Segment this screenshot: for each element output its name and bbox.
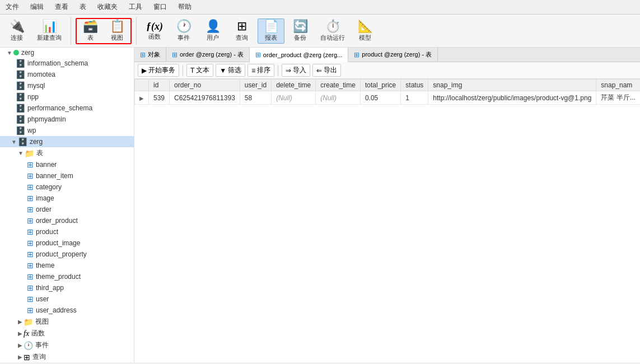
menu-edit[interactable]: 编辑 xyxy=(27,1,47,13)
toolbar-new-query[interactable]: 📊 新建查询 xyxy=(32,19,66,43)
table-icon-order: ⊞ xyxy=(27,205,34,214)
sidebar-item-theme[interactable]: ⊞ theme xyxy=(0,260,134,271)
sidebar-item-mysql[interactable]: 🗄️ mysql xyxy=(0,80,134,91)
menu-view[interactable]: 查看 xyxy=(52,1,72,13)
col-id[interactable]: id xyxy=(149,80,170,91)
tab-order-product[interactable]: ⊞ order_product @zerg (zerg... xyxy=(250,48,348,62)
queries-folder-icon: ⊞ xyxy=(24,353,30,362)
report-icon: 📄 xyxy=(264,20,279,32)
sidebar-item-wp[interactable]: 🗄️ wp xyxy=(0,125,134,136)
sidebar-item-theme_product[interactable]: ⊞ theme_product xyxy=(0,271,134,282)
table-icon-user: ⊞ xyxy=(27,295,34,304)
db-icon-momotea: 🗄️ xyxy=(16,70,25,79)
toolbar-report[interactable]: 📄 报表 xyxy=(258,18,284,44)
table-container: id order_no user_id delete_time create_t… xyxy=(134,79,640,362)
tab-order-product-label: order_product @zerg (zerg... xyxy=(263,52,342,58)
db-icon-zerg: 🗄️ xyxy=(18,137,27,146)
col-create_time[interactable]: create_time xyxy=(316,80,361,91)
sidebar-item-product_property[interactable]: ⊞ product_property xyxy=(0,249,134,260)
toolbar-function[interactable]: ƒ(x) 函数 xyxy=(141,20,168,42)
toolbar-query[interactable]: ⊞ 查询 xyxy=(228,19,255,43)
sidebar-item-product[interactable]: ⊞ product xyxy=(0,226,134,237)
sidebar-item-performance_schema[interactable]: 🗄️ performance_schema xyxy=(0,102,134,114)
col-total_price[interactable]: total_price xyxy=(360,80,400,91)
toolbar-table[interactable]: 🗃️ 表 xyxy=(77,19,104,43)
menu-tools[interactable]: 工具 xyxy=(125,1,146,13)
sidebar-item-banner_item[interactable]: ⊞ banner_item xyxy=(0,170,134,181)
user_address-label: user_address xyxy=(36,306,77,314)
sidebar-item-queries-folder[interactable]: ▶ ⊞ 查询 xyxy=(0,351,134,362)
info-schema-label: information_schema xyxy=(27,59,88,67)
menu-window[interactable]: 窗口 xyxy=(150,1,170,13)
expand-icon: ▼ xyxy=(7,50,12,56)
sidebar-item-events-folder[interactable]: ▶ 🕐 事件 xyxy=(0,339,134,351)
sidebar-item-tables-folder[interactable]: ▼ 📁 表 xyxy=(0,147,134,159)
toolbar-backup[interactable]: 🔄 备份 xyxy=(287,19,314,43)
queries-expand: ▶ xyxy=(18,354,22,360)
col-snap_img[interactable]: snap_img xyxy=(428,80,596,91)
sidebar-item-user_address[interactable]: ⊞ user_address xyxy=(0,305,134,316)
toolbar-connect[interactable]: 🔌 连接 xyxy=(3,19,30,43)
sidebar-item-category[interactable]: ⊞ category xyxy=(0,181,134,193)
toolbar-autorun[interactable]: ⏱️ 自动运行 xyxy=(316,19,349,43)
col-snap_nam[interactable]: snap_nam xyxy=(596,80,640,91)
zerg-db-expand: ▼ xyxy=(11,139,17,145)
sidebar-item-zerg-root[interactable]: ▼ zerg xyxy=(0,48,134,58)
text-btn[interactable]: T 文本 xyxy=(186,64,213,77)
db-icon-npp: 🗄️ xyxy=(16,92,25,101)
sidebar-item-information_schema[interactable]: 🗄️ information_schema xyxy=(0,58,134,69)
cell-id: 539 xyxy=(149,91,170,105)
toolbar-sep-2 xyxy=(136,17,137,45)
toolbar-view[interactable]: 📋 视图 xyxy=(104,19,130,43)
tab-product[interactable]: ⊞ product @zerg (zerg) - 表 xyxy=(348,48,438,62)
menu-table[interactable]: 表 xyxy=(76,1,90,13)
menu-file[interactable]: 文件 xyxy=(2,1,22,13)
sidebar-item-zerg-db[interactable]: ▼ 🗄️ zerg xyxy=(0,136,134,147)
table-icon-product_property: ⊞ xyxy=(27,250,34,259)
menu-favorites[interactable]: 收藏夹 xyxy=(94,1,121,13)
sidebar-item-views-folder[interactable]: ▶ 📁 视图 xyxy=(0,316,134,328)
export-btn[interactable]: ⇐ 导出 xyxy=(312,64,341,77)
table-row[interactable]: ▶ 539 C625421976811393 58 (Null) (Null) … xyxy=(135,91,641,105)
tab-order-table[interactable]: ⊞ order @zerg (zerg) - 表 xyxy=(166,48,250,62)
user-icon: 👤 xyxy=(205,20,221,32)
zerg-root-label: zerg xyxy=(21,49,34,57)
import-btn[interactable]: ⇒ 导入 xyxy=(282,64,310,77)
col-user_id[interactable]: user_id xyxy=(240,80,271,91)
tables-expand: ▼ xyxy=(18,150,24,156)
func-folder-icon: fx xyxy=(24,329,29,338)
toolbar-event[interactable]: 🕐 事件 xyxy=(170,19,197,43)
col-order_no[interactable]: order_no xyxy=(170,80,240,91)
sidebar-item-npp[interactable]: 🗄️ npp xyxy=(0,91,134,102)
sidebar-item-order_product[interactable]: ⊞ order_product xyxy=(0,215,134,226)
toolbar-user[interactable]: 👤 用户 xyxy=(199,19,226,43)
col-delete_time[interactable]: delete_time xyxy=(272,80,316,91)
third_app-label: third_app xyxy=(36,284,64,292)
banner_item-label: banner_item xyxy=(36,172,73,180)
tab-object[interactable]: ⊞ 对象 xyxy=(134,48,166,62)
sidebar-item-phpmyadmin[interactable]: 🗄️ phpmyadmin xyxy=(0,114,134,125)
toolbar-model[interactable]: 📐 模型 xyxy=(352,19,379,43)
sidebar-item-momotea[interactable]: 🗄️ momotea xyxy=(0,69,134,80)
connection-icon xyxy=(13,50,19,55)
function-icon: ƒ(x) xyxy=(146,21,163,31)
view-icon: 📋 xyxy=(110,20,125,32)
col-status[interactable]: status xyxy=(401,80,428,91)
connect-label: 连接 xyxy=(11,34,23,42)
filter-btn[interactable]: ▼ 筛选 xyxy=(216,64,245,77)
sidebar-item-banner[interactable]: ⊞ banner xyxy=(0,159,134,170)
sidebar-item-order[interactable]: ⊞ order xyxy=(0,204,134,215)
export-label: 导出 xyxy=(324,66,337,75)
sidebar-item-product_image[interactable]: ⊞ product_image xyxy=(0,237,134,249)
query-label: 查询 xyxy=(236,34,248,42)
sort-btn[interactable]: ≡ 排序 xyxy=(247,64,274,77)
tab-order-product-icon: ⊞ xyxy=(255,51,261,59)
start-transaction-btn[interactable]: ▶ 开始事务 xyxy=(138,64,179,77)
sidebar-item-functions-folder[interactable]: ▶ fx 函数 xyxy=(0,328,134,339)
new-query-icon: 📊 xyxy=(42,20,57,32)
sidebar-item-user[interactable]: ⊞ user xyxy=(0,293,134,305)
npp-label: npp xyxy=(27,93,39,101)
sidebar-item-image[interactable]: ⊞ image xyxy=(0,193,134,204)
menu-help[interactable]: 帮助 xyxy=(175,1,195,13)
sidebar-item-third_app[interactable]: ⊞ third_app xyxy=(0,282,134,293)
